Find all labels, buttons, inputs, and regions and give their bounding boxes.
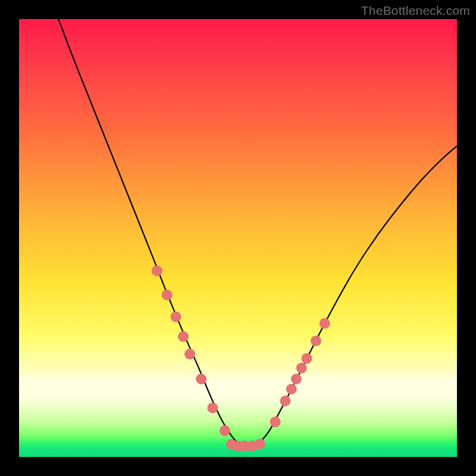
data-point	[320, 318, 330, 329]
chart-frame: TheBottleneck.com	[0, 0, 476, 476]
data-point	[255, 439, 265, 449]
data-point	[302, 353, 312, 364]
data-point	[286, 384, 297, 394]
watermark-text: TheBottleneck.com	[361, 4, 470, 18]
data-point	[170, 311, 181, 322]
chart-svg	[19, 19, 457, 457]
data-point	[220, 425, 230, 436]
data-point	[296, 363, 307, 374]
plot-area	[19, 19, 457, 457]
data-point	[270, 416, 281, 427]
data-point	[162, 290, 173, 300]
data-point	[196, 374, 206, 384]
curve-layer	[58, 19, 457, 446]
data-point	[291, 374, 302, 384]
data-point	[178, 331, 189, 342]
dots-layer	[152, 265, 330, 451]
data-point	[280, 396, 290, 406]
data-point	[152, 265, 162, 276]
data-point	[207, 403, 218, 414]
data-point	[184, 349, 195, 359]
data-point	[311, 336, 321, 346]
bottleneck-curve	[58, 19, 457, 446]
